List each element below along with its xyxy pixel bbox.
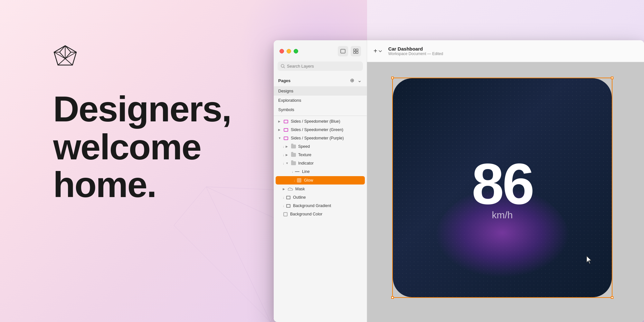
canvas-area[interactable]: 86 km/h: [367, 62, 644, 322]
small-arrow-outline: ↓: [283, 196, 284, 199]
main-toolbar: + Car Dashboard Workspace Document — Edi…: [367, 40, 644, 62]
traffic-lights: [274, 40, 367, 60]
hero-text: Designers, welcome home.: [53, 90, 231, 204]
layer-speedometer-green[interactable]: ▶ Sides / Speedometer (Green): [274, 126, 367, 134]
handle-top-left[interactable]: [391, 77, 394, 79]
cloud-icon: [288, 186, 293, 192]
canvas-view-icon[interactable]: [338, 46, 348, 56]
app-window: Pages ⊕ ⌄ Designs Explorations Symbols ▶…: [274, 40, 644, 322]
svg-rect-22: [356, 49, 358, 51]
small-arrow-bg-gradient: ↓: [283, 204, 284, 208]
orange-icon: [297, 178, 302, 183]
layer-name-green: Sides / Speedometer (Green): [291, 128, 364, 132]
svg-line-1: [206, 187, 270, 322]
search-icon: [281, 64, 285, 68]
doc-title: Car Dashboard: [388, 46, 443, 52]
sketch-logo: [53, 45, 77, 69]
handle-bottom-left[interactable]: [391, 296, 394, 299]
svg-line-26: [284, 67, 285, 68]
grid-view-icon[interactable]: [351, 46, 361, 56]
page-item-explorations[interactable]: Explorations: [274, 96, 367, 105]
search-bar[interactable]: [278, 62, 363, 71]
layer-name-purple: Sides / Speedometer (Purple): [291, 136, 364, 140]
chevron-mask[interactable]: ▶: [283, 187, 287, 191]
rect-outline-icon-outline: [286, 195, 291, 200]
layer-glow[interactable]: ↓ Glow: [276, 176, 365, 185]
folder-icon-speed: [291, 144, 296, 149]
svg-line-12: [65, 59, 73, 65]
symbol-icon-purple: [283, 136, 289, 141]
layer-name-background-color: Background Color: [290, 212, 364, 216]
svg-line-19: [65, 52, 71, 59]
layer-mask[interactable]: ▶ Mask: [274, 185, 367, 193]
pages-label: Pages: [278, 78, 290, 83]
small-arrow-glow: ↓: [294, 179, 295, 182]
pages-header: Pages ⊕ ⌄: [274, 75, 367, 86]
search-input[interactable]: [287, 64, 360, 69]
page-item-symbols[interactable]: Symbols: [274, 105, 367, 114]
chevron-green[interactable]: ▶: [278, 128, 282, 131]
layer-line[interactable]: ↓ Line: [274, 167, 367, 176]
layer-speedometer-purple[interactable]: ▼ Sides / Speedometer (Purple): [274, 134, 367, 142]
small-arrow-speed: ↓: [283, 145, 284, 148]
layer-name-line: Line: [302, 169, 364, 174]
layer-name-background-gradient: Background Gradient: [293, 204, 364, 208]
hero-line-3: home.: [53, 166, 231, 204]
symbol-icon-green: [283, 127, 289, 132]
line-icon: [295, 169, 300, 174]
symbol-icon-blue: [283, 119, 289, 124]
plus-icon: +: [374, 47, 377, 55]
handle-top-right[interactable]: [611, 77, 613, 79]
small-arrow-indicator: ↓: [283, 162, 284, 165]
dropdown-arrow-icon: [379, 50, 382, 52]
speedometer-card: 86 km/h: [393, 78, 612, 297]
folder-icon-indicator: [291, 161, 296, 166]
layers-list: ▶ Sides / Speedometer (Blue) ▶ Sides / S…: [274, 117, 367, 322]
checkbox-icon: [283, 212, 288, 217]
svg-line-3: [174, 225, 270, 322]
rect-outline-icon-gradient: [286, 203, 291, 208]
layer-name-outline: Outline: [293, 195, 364, 200]
add-page-button[interactable]: ⊕: [349, 77, 355, 84]
chevron-texture[interactable]: ▶: [286, 153, 289, 156]
layer-name-blue: Sides / Speedometer (Blue): [291, 119, 364, 124]
layer-indicator[interactable]: ↓ ▼ Indicator: [274, 159, 367, 167]
pages-collapse-button[interactable]: ⌄: [357, 77, 362, 84]
sidebar: Pages ⊕ ⌄ Designs Explorations Symbols ▶…: [274, 40, 367, 322]
small-arrow-texture: ↓: [283, 153, 284, 157]
small-arrow-line: ↓: [292, 170, 293, 174]
layer-speedometer-blue[interactable]: ▶ Sides / Speedometer (Blue): [274, 117, 367, 126]
layer-background-gradient[interactable]: ↓ Background Gradient: [274, 202, 367, 210]
layer-background-color[interactable]: Background Color: [274, 210, 367, 218]
handle-bottom-right[interactable]: [611, 296, 613, 299]
folder-icon-texture: [291, 152, 296, 157]
layer-speed[interactable]: ↓ ▶ Speed: [274, 142, 367, 151]
doc-info: Car Dashboard Workspace Document — Edite…: [388, 46, 443, 56]
svg-rect-20: [341, 49, 345, 53]
layer-name-glow: Glow: [304, 178, 362, 183]
svg-rect-23: [354, 52, 355, 53]
chevron-purple[interactable]: ▼: [278, 137, 282, 140]
layer-name-texture: Texture: [298, 153, 364, 157]
add-button[interactable]: +: [374, 47, 382, 55]
layer-outline[interactable]: ↓ Outline: [274, 193, 367, 202]
chevron-speed[interactable]: ▶: [286, 145, 289, 148]
minimize-button[interactable]: [287, 49, 291, 53]
hero-line-2: welcome: [53, 128, 231, 166]
dashboard-preview: 86 km/h: [393, 78, 612, 297]
cursor-pointer: [586, 255, 592, 265]
speed-number: 86: [472, 155, 533, 213]
speed-unit: km/h: [492, 210, 513, 221]
chevron-indicator[interactable]: ▼: [286, 162, 289, 165]
chevron-blue[interactable]: ▶: [278, 120, 282, 123]
layer-name-indicator: Indicator: [298, 161, 364, 166]
close-button[interactable]: [279, 49, 284, 53]
layer-texture[interactable]: ↓ ▶ Texture: [274, 151, 367, 159]
main-area: + Car Dashboard Workspace Document — Edi…: [367, 40, 644, 322]
svg-line-11: [58, 59, 65, 65]
svg-rect-24: [356, 52, 358, 53]
svg-line-18: [60, 52, 65, 59]
maximize-button[interactable]: [294, 49, 298, 53]
page-item-designs[interactable]: Designs: [274, 86, 367, 96]
pages-header-actions: ⊕ ⌄: [349, 77, 362, 84]
